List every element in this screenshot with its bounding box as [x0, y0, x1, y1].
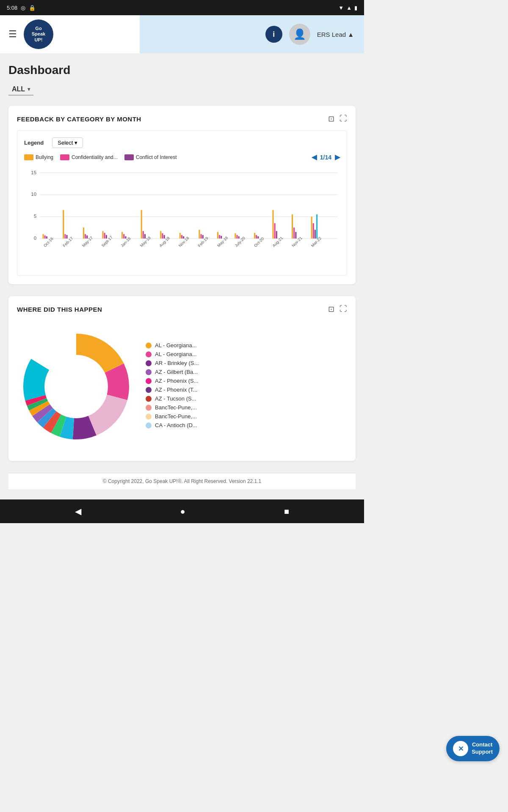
- svg-rect-15: [85, 234, 86, 239]
- az-gilbert-label: AZ - Gilbert (Ba...: [155, 369, 198, 375]
- bullying-color: [24, 154, 33, 160]
- prev-page-arrow[interactable]: ◀: [312, 153, 317, 161]
- android-back-button[interactable]: ◀: [75, 506, 81, 516]
- svg-rect-52: [315, 230, 316, 239]
- svg-rect-50: [311, 217, 312, 239]
- banctec2-dot: [146, 414, 152, 420]
- svg-rect-49: [295, 232, 296, 239]
- ar-label: AR - Brinkley (S...: [155, 360, 199, 366]
- confidentiality-label: Confidentiality and...: [72, 154, 118, 160]
- al2-label: AL - Georgiana...: [155, 351, 197, 357]
- donut-svg: 17.8% 11.3% 14.6% 7.3%: [17, 327, 135, 446]
- feedback-card-header: FEEDBACK BY CATEGORY BY MONTH ⊡ ⛶: [17, 114, 347, 123]
- confidentiality-color: [60, 154, 69, 160]
- top-nav-left: ☰ GoSpeakUP!: [0, 15, 140, 53]
- svg-rect-28: [163, 235, 165, 239]
- svg-text:0: 0: [34, 236, 36, 241]
- info-icon[interactable]: i: [265, 26, 282, 43]
- location-icon: ◎: [21, 5, 25, 11]
- svg-text:17.8%: 17.8%: [80, 372, 93, 377]
- legend-item-az-gilbert: AZ - Gilbert (Ba...: [146, 369, 347, 375]
- where-happen-card: WHERE DID THIS HAPPEN ⊡ ⛶: [8, 296, 356, 461]
- android-recent-button[interactable]: ■: [284, 507, 289, 516]
- svg-rect-18: [104, 233, 105, 238]
- svg-rect-40: [238, 236, 240, 239]
- al1-label: AL - Georgiana...: [155, 342, 197, 348]
- svg-rect-43: [257, 236, 259, 239]
- az-tucson-dot: [146, 396, 152, 402]
- legend-item-ar: AR - Brinkley (S...: [146, 360, 347, 366]
- svg-rect-34: [202, 235, 204, 239]
- lock-icon: 🔒: [29, 5, 36, 11]
- svg-rect-16: [86, 236, 88, 239]
- legend-item-az-phoenix-s: AZ - Phoenix (S...: [146, 378, 347, 384]
- pie-section: 17.8% 11.3% 14.6% 7.3% AL - Georgiana...…: [17, 321, 347, 453]
- legend-item-az-phoenix-t: AZ - Phoenix (T...: [146, 387, 347, 393]
- az-gilbert-dot: [146, 369, 152, 375]
- az-phoenix-t-label: AZ - Phoenix (T...: [155, 387, 197, 393]
- legend-item-banctec2: BancTec-Pune,...: [146, 413, 347, 420]
- svg-rect-13: [66, 235, 67, 239]
- status-bar-left: 5:08 ◎ 🔒: [7, 5, 36, 11]
- ar-dot: [146, 360, 152, 366]
- chart-inner: Legend Select ▾ Bullying Confidentiality…: [17, 130, 347, 276]
- user-avatar[interactable]: 👤: [289, 24, 310, 45]
- svg-text:15: 15: [31, 170, 36, 175]
- svg-text:7.3%: 7.3%: [75, 404, 85, 409]
- legend-item-ca: CA - Antioch (D...: [146, 422, 347, 428]
- svg-rect-44: [272, 210, 273, 239]
- footer: © Copyright 2022, Go Speak UP!®. All Rig…: [8, 473, 356, 489]
- svg-rect-47: [292, 214, 293, 239]
- hamburger-menu[interactable]: ☰: [8, 29, 17, 40]
- donut-chart: 17.8% 11.3% 14.6% 7.3%: [17, 327, 135, 446]
- svg-rect-46: [276, 231, 277, 239]
- svg-rect-41: [254, 233, 255, 238]
- legend-items-list: Bullying Confidentiality and... Conflict…: [24, 153, 340, 161]
- svg-rect-29: [179, 233, 181, 238]
- svg-rect-45: [274, 223, 276, 239]
- footer-text: © Copyright 2022, Go Speak UP!®. All Rig…: [103, 478, 262, 484]
- svg-rect-17: [102, 231, 103, 239]
- app-logo: GoSpeakUP!: [24, 19, 53, 49]
- where-monitor-icon[interactable]: ⊡: [328, 304, 334, 314]
- svg-rect-37: [221, 236, 222, 239]
- android-home-button[interactable]: ●: [180, 507, 185, 516]
- svg-text:10: 10: [31, 192, 36, 197]
- legend-row: Legend Select ▾: [24, 137, 340, 148]
- svg-rect-12: [64, 234, 66, 239]
- where-expand-icon[interactable]: ⛶: [340, 304, 347, 314]
- svg-rect-25: [144, 234, 146, 239]
- svg-text:5: 5: [34, 214, 36, 219]
- svg-rect-9: [44, 236, 46, 239]
- pie-legend: AL - Georgiana... AL - Georgiana... AR -…: [146, 342, 347, 431]
- android-nav-bar: ◀ ● ■: [0, 499, 364, 523]
- legend-items-row: Bullying Confidentiality and... Conflict…: [24, 153, 340, 161]
- legend-item-az-tucson: AZ - Tucson (S...: [146, 395, 347, 402]
- svg-rect-38: [235, 233, 236, 239]
- svg-rect-14: [83, 228, 84, 239]
- conflict-label: Conflict of Interest: [136, 154, 177, 160]
- svg-text:11.3%: 11.3%: [81, 393, 94, 398]
- legend-select-btn[interactable]: Select ▾: [52, 137, 83, 148]
- svg-rect-19: [106, 235, 107, 239]
- banctec2-label: BancTec-Pune,...: [155, 413, 197, 420]
- wifi-icon: ▼: [338, 5, 344, 11]
- status-bar: 5:08 ◎ 🔒 ▼ ▲ ▮: [0, 0, 364, 15]
- svg-rect-10: [46, 236, 47, 239]
- next-page-arrow[interactable]: ▶: [335, 153, 340, 161]
- expand-icon[interactable]: ⛶: [340, 114, 347, 123]
- filter-dropdown[interactable]: ALL ▾: [8, 84, 33, 96]
- battery-icon: ▮: [354, 5, 357, 11]
- svg-rect-51: [313, 223, 314, 239]
- filter-value: ALL: [12, 85, 25, 93]
- svg-rect-24: [143, 231, 144, 239]
- signal-icon: ▲: [346, 5, 352, 11]
- svg-rect-26: [160, 231, 161, 239]
- legend-item-al1: AL - Georgiana...: [146, 342, 347, 348]
- feedback-category-card: FEEDBACK BY CATEGORY BY MONTH ⊡ ⛶ Legend…: [8, 106, 356, 284]
- filter-chevron-icon: ▾: [28, 86, 30, 92]
- feedback-card-actions: ⊡ ⛶: [328, 114, 347, 123]
- page-title: Dashboard: [8, 63, 356, 77]
- user-name-label[interactable]: ERS Lead ▲: [317, 31, 354, 38]
- monitor-icon[interactable]: ⊡: [328, 114, 334, 123]
